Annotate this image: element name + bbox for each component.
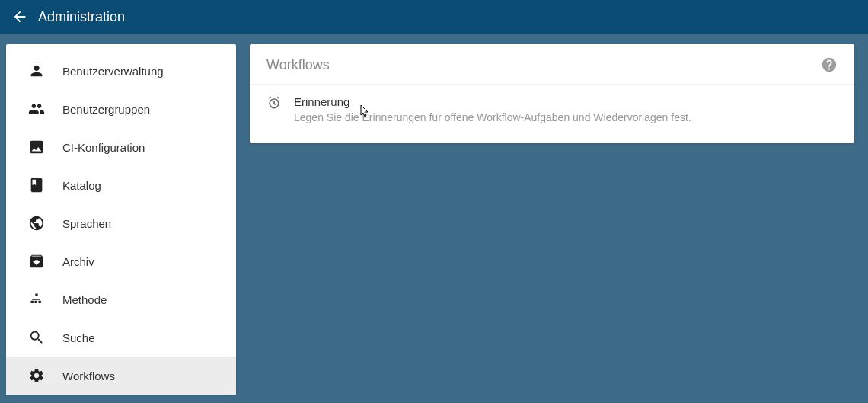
sidebar-item-katalog[interactable]: Katalog (6, 166, 236, 204)
search-icon (27, 328, 46, 347)
page-title: Administration (38, 9, 125, 25)
alarm-icon (266, 95, 283, 112)
sidebar-item-label: Methode (62, 293, 107, 306)
sidebar-item-sprachen[interactable]: Sprachen (6, 204, 236, 242)
sidebar-item-label: Katalog (62, 179, 101, 192)
sidebar-item-label: Archiv (62, 255, 94, 268)
archive-icon (27, 252, 46, 270)
main-header: Workflows (250, 44, 854, 85)
sidebar-item-archiv[interactable]: Archiv (6, 242, 236, 280)
workflow-item-content: Erinnerung Legen Sie die Erinnerungen fü… (294, 95, 838, 123)
workflow-item-title: Erinnerung (294, 95, 838, 108)
sidebar-item-ci-konfiguration[interactable]: CI-Konfiguration (6, 128, 236, 166)
app-header: Administration (0, 0, 868, 34)
help-button[interactable] (821, 56, 838, 73)
main-panel: Workflows Erinnerung Legen Sie die Erinn… (250, 44, 854, 143)
sitemap-icon (27, 290, 46, 309)
sidebar-item-suche[interactable]: Suche (6, 318, 236, 357)
sidebar-item-label: Workflows (62, 369, 115, 382)
sidebar: Benutzerverwaltung Benutzergruppen CI-Ko… (6, 44, 236, 395)
sidebar-item-label: Suche (62, 331, 95, 344)
sidebar-item-benutzerverwaltung[interactable]: Benutzerverwaltung (6, 52, 236, 90)
sidebar-item-benutzergruppen[interactable]: Benutzergruppen (6, 90, 236, 128)
main-title: Workflows (266, 57, 330, 73)
gear-icon (27, 366, 46, 385)
workflow-item-erinnerung[interactable]: Erinnerung Legen Sie die Erinnerungen fü… (250, 85, 854, 134)
sidebar-item-label: Benutzergruppen (62, 103, 150, 116)
image-icon (27, 138, 46, 156)
back-button[interactable] (9, 6, 30, 27)
sidebar-item-label: Benutzerverwaltung (62, 65, 164, 78)
help-icon (821, 56, 838, 73)
group-icon (27, 100, 46, 118)
sidebar-item-methode[interactable]: Methode (6, 280, 236, 318)
person-icon (27, 62, 46, 80)
arrow-left-icon (11, 8, 28, 25)
book-icon (27, 176, 46, 194)
globe-icon (27, 214, 46, 232)
sidebar-item-label: CI-Konfiguration (62, 141, 145, 154)
content-area: Benutzerverwaltung Benutzergruppen CI-Ko… (0, 34, 868, 403)
workflow-item-description: Legen Sie die Erinnerungen für offene Wo… (294, 111, 838, 123)
sidebar-item-workflows[interactable]: Workflows (6, 357, 236, 395)
sidebar-item-label: Sprachen (62, 217, 111, 230)
